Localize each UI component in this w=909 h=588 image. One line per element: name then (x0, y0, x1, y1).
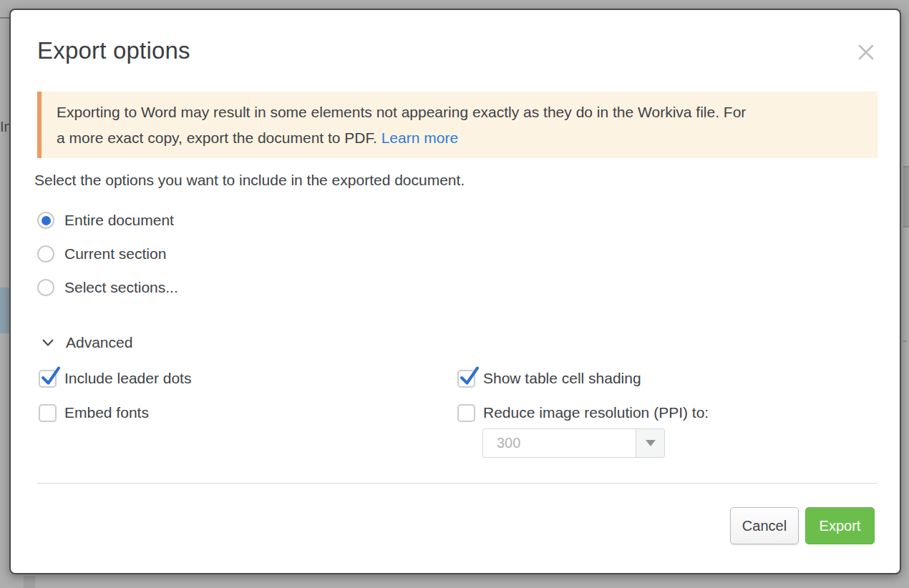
close-icon (857, 43, 875, 62)
checkbox-label: Show table cell shading (483, 370, 641, 387)
checkmark-icon (39, 366, 62, 388)
radio-label: Current section (64, 245, 166, 263)
checkbox[interactable] (39, 404, 57, 422)
radio-dot (42, 216, 51, 225)
background-divider-line (0, 17, 10, 19)
checkbox[interactable] (39, 370, 57, 388)
ppi-dropdown-caret-button[interactable] (636, 429, 664, 457)
background-selected-row (0, 288, 9, 333)
chevron-down-icon (42, 339, 54, 347)
radio-option-current-section[interactable]: Current section (37, 244, 178, 264)
background-right-dash (903, 340, 907, 342)
warning-line-1: Exporting to Word may result in some ele… (57, 99, 865, 125)
checkbox-label: Embed fonts (64, 404, 149, 421)
radio-label: Select sections... (64, 279, 178, 296)
checkbox[interactable] (457, 404, 475, 422)
export-scope-radio-group: Entire document Current section Select s… (37, 210, 178, 298)
checkbox-option-include-leader-dots[interactable]: Include leader dots (39, 369, 457, 388)
advanced-label: Advanced (66, 334, 132, 351)
export-button[interactable]: Export (805, 507, 875, 544)
background-right-row (903, 166, 909, 227)
export-options-dialog: Export options Exporting to Word may res… (9, 9, 901, 574)
dialog-footer: Cancel Export (730, 507, 875, 544)
ppi-dropdown[interactable]: 300 (482, 428, 665, 458)
cancel-button[interactable]: Cancel (730, 507, 799, 544)
dialog-title: Export options (37, 37, 190, 64)
checkbox-option-show-table-cell-shading[interactable]: Show table cell shading (457, 369, 709, 388)
advanced-section-toggle[interactable]: Advanced (42, 333, 132, 353)
checkbox-option-embed-fonts[interactable]: Embed fonts (39, 403, 457, 422)
background-partial-text: In (0, 119, 9, 137)
close-button[interactable] (854, 40, 878, 64)
warning-banner: Exporting to Word may result in some ele… (37, 92, 878, 158)
radio-option-select-sections[interactable]: Select sections... (37, 278, 178, 298)
instruction-text: Select the options you want to include i… (34, 172, 465, 189)
footer-divider (37, 483, 878, 484)
checkbox[interactable] (457, 370, 475, 388)
learn-more-link[interactable]: Learn more (381, 129, 458, 146)
caret-down-icon (646, 440, 656, 446)
advanced-options-grid: Include leader dots Show table cell shad… (39, 369, 709, 422)
radio-label: Entire document (64, 212, 174, 229)
warning-line-2: a more exact copy, export the document t… (57, 125, 865, 151)
radio-button[interactable] (37, 245, 54, 263)
radio-option-entire-document[interactable]: Entire document (37, 210, 178, 230)
checkbox-label: Include leader dots (64, 370, 191, 387)
checkbox-option-reduce-image-resolution[interactable]: Reduce image resolution (PPI) to: (457, 403, 709, 422)
ppi-dropdown-value: 300 (483, 435, 636, 451)
radio-button[interactable] (37, 279, 54, 296)
radio-button[interactable] (37, 212, 54, 229)
checkbox-label: Reduce image resolution (PPI) to: (483, 404, 709, 421)
checkmark-icon (458, 366, 480, 388)
background-bottom-block (24, 576, 35, 588)
